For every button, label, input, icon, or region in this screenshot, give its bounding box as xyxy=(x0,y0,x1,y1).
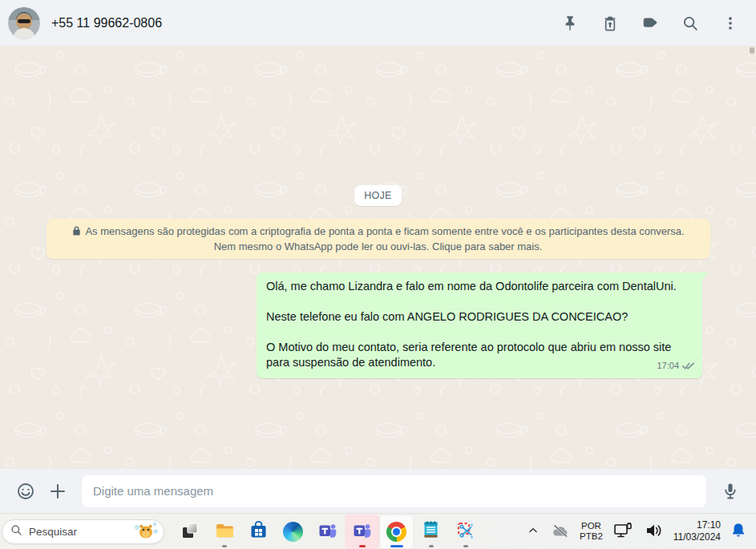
file-explorer-icon xyxy=(214,520,235,543)
avatar-image xyxy=(8,7,40,39)
message-paragraph: Olá, me chamo Lizandra e falo em nome da… xyxy=(266,279,693,294)
mic-button[interactable] xyxy=(714,475,746,507)
emoji-button[interactable] xyxy=(10,475,42,507)
pin-button[interactable] xyxy=(552,6,588,41)
microsoft-store-button[interactable] xyxy=(241,515,276,549)
chat-area: HOJE As mensagens são protegidas com a c… xyxy=(0,46,756,469)
contact-avatar[interactable] xyxy=(8,7,40,39)
attach-button[interactable] xyxy=(42,475,74,507)
volume-icon xyxy=(645,523,664,541)
notepad-button[interactable] xyxy=(414,515,448,549)
notification-bell-icon xyxy=(730,522,746,542)
search-icon xyxy=(681,14,699,32)
message-time: 17:04 xyxy=(657,358,679,373)
mic-icon xyxy=(721,482,740,501)
encryption-notice-text: As mensagens são protegidas com a cripto… xyxy=(85,225,684,252)
header-actions xyxy=(548,6,748,41)
chrome-icon xyxy=(386,522,406,542)
clock-date: 11/03/2024 xyxy=(673,531,721,543)
edge-icon xyxy=(283,522,303,542)
chat-content: HOJE As mensagens são protegidas com a c… xyxy=(0,46,756,469)
running-indicator xyxy=(222,545,227,547)
network-button[interactable] xyxy=(611,520,635,543)
emoji-icon xyxy=(16,482,35,501)
search-highlight-critter-icon xyxy=(131,519,159,543)
running-indicator xyxy=(429,545,434,547)
windows-taskbar: Pesquisar xyxy=(0,513,756,549)
taskbar-clock[interactable]: 17:10 11/03/2024 xyxy=(673,519,721,543)
bubble-tail xyxy=(701,272,709,281)
label-icon xyxy=(641,14,659,32)
taskbar-apps xyxy=(172,515,483,549)
snipping-tool-icon xyxy=(455,520,475,543)
encryption-notice[interactable]: As mensagens são protegidas com a cripto… xyxy=(46,219,710,259)
system-tray: POR PTB2 17:10 11/03/2024 xyxy=(525,519,756,543)
language-line1: POR xyxy=(580,521,603,531)
teams-alert-icon xyxy=(352,520,373,543)
trash-restore-icon xyxy=(601,14,619,32)
notifications-button[interactable] xyxy=(729,520,748,543)
onedrive-status-button[interactable] xyxy=(549,521,572,543)
ethernet-icon xyxy=(612,522,633,542)
outgoing-message-bubble: Olá, me chamo Lizandra e falo em nome da… xyxy=(257,272,702,378)
kebab-menu-icon xyxy=(722,14,739,32)
notepad-icon xyxy=(421,520,441,543)
composer-bar xyxy=(0,469,756,513)
search-icon xyxy=(10,524,22,539)
file-explorer-button[interactable] xyxy=(207,515,241,549)
whatsapp-window: +55 11 99662-0806 xyxy=(0,0,756,549)
message-paragraph: Neste telefone eu falo com ANGELO RODRIG… xyxy=(266,309,693,325)
lock-icon xyxy=(71,225,82,236)
task-view-button[interactable] xyxy=(172,515,207,549)
snipping-tool-button[interactable] xyxy=(448,515,483,549)
attention-indicator xyxy=(359,545,366,547)
search-button[interactable] xyxy=(673,6,708,41)
message-input[interactable] xyxy=(82,475,706,507)
edge-button[interactable] xyxy=(276,515,310,549)
message-paragraph: O Motivo do meu contato, seria referente… xyxy=(266,340,693,370)
chevron-up-icon xyxy=(527,525,540,539)
message-meta: 17:04 xyxy=(657,358,695,373)
language-line2: PTB2 xyxy=(580,531,603,542)
tray-overflow-button[interactable] xyxy=(525,523,541,540)
chat-header: +55 11 99662-0806 xyxy=(0,0,756,46)
language-indicator[interactable]: POR PTB2 xyxy=(580,521,603,542)
active-indicator xyxy=(390,545,403,547)
message-row: Olá, me chamo Lizandra e falo em nome da… xyxy=(0,272,756,378)
task-view-icon xyxy=(180,521,200,543)
plus-icon xyxy=(48,482,67,501)
label-button[interactable] xyxy=(633,6,668,41)
menu-button[interactable] xyxy=(713,6,748,41)
clock-time: 17:10 xyxy=(673,519,721,531)
trash-restore-button[interactable] xyxy=(592,6,628,41)
onedrive-offline-icon xyxy=(551,523,570,541)
contact-name[interactable]: +55 11 99662-0806 xyxy=(51,16,162,30)
volume-button[interactable] xyxy=(643,521,665,543)
pin-icon xyxy=(561,14,579,32)
teams-icon xyxy=(317,520,338,543)
chrome-button[interactable] xyxy=(379,515,414,549)
double-check-icon xyxy=(681,361,695,370)
teams-alert-button[interactable] xyxy=(345,515,379,549)
running-indicator xyxy=(463,545,468,547)
date-divider: HOJE xyxy=(354,185,402,206)
microsoft-store-icon xyxy=(249,520,269,543)
taskbar-search[interactable]: Pesquisar xyxy=(2,519,164,544)
search-label: Pesquisar xyxy=(29,526,131,538)
teams-button[interactable] xyxy=(310,515,345,549)
